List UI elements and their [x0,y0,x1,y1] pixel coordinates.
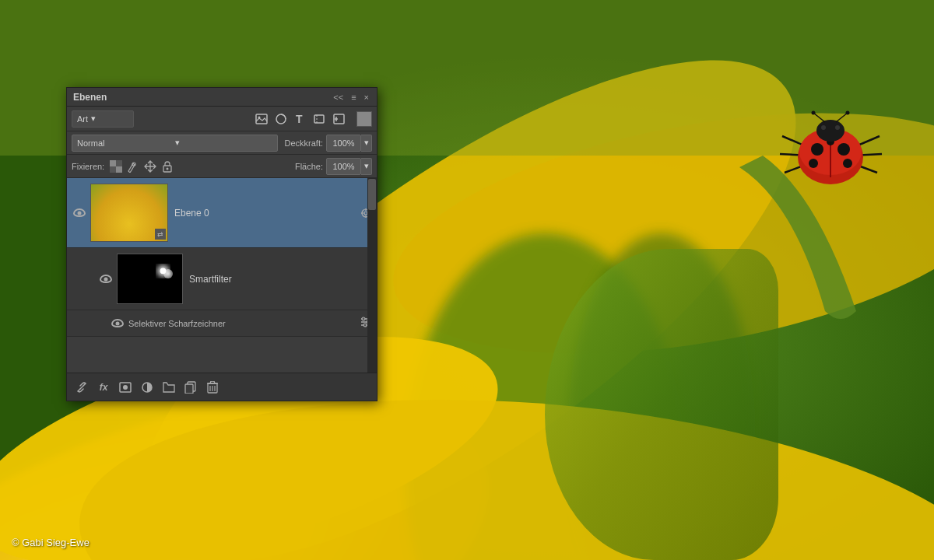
lock-move-icon[interactable] [143,159,157,173]
fill-control: Fläche: 100% ▾ [295,158,372,175]
svg-point-69 [123,385,128,390]
filter-type-label: Art [77,114,88,124]
blend-mode-dropdown[interactable]: Normal ▾ [72,135,278,152]
fx-icon[interactable]: fx [95,379,112,396]
svg-rect-41 [116,160,122,166]
eye-icon-filter [111,319,124,327]
new-group-icon[interactable] [160,379,177,396]
panel-toolbar1: Art ▾ T [67,107,377,131]
lock-icons [109,159,174,173]
svg-rect-39 [110,160,116,166]
thumbnail-black-image [118,254,182,303]
svg-point-19 [809,159,818,168]
panel-bottom-toolbar: fx [67,373,377,401]
layer-name-ebene0: Ebene 0 [174,208,356,219]
svg-text:T: T [296,113,303,125]
panel-menu-button[interactable]: ≡ [349,93,357,102]
layers-area: ⇄ Ebene 0 [67,178,377,373]
link-layers-icon[interactable] [73,379,90,396]
opacity-dropdown-button[interactable]: ▾ [361,135,372,152]
add-mask-icon[interactable] [117,379,134,396]
svg-point-20 [843,159,852,168]
svg-rect-40 [116,166,122,173]
filter-visibility-icon[interactable] [110,316,125,331]
svg-point-23 [821,125,826,130]
panel-title: Ebenen [73,92,107,103]
svg-point-18 [837,143,850,156]
svg-point-28 [846,111,850,115]
thumbnail-link-icon: ⇄ [155,229,166,240]
vertical-scrollbar[interactable] [367,178,377,373]
svg-point-50 [127,200,167,230]
blend-mode-arrow: ▾ [175,138,273,148]
svg-rect-72 [185,384,193,394]
eye-icon-smartfilter [100,275,112,283]
svg-point-64 [362,317,365,320]
svg-point-27 [812,111,816,115]
rect-filter-icon[interactable] [312,111,328,127]
panel-title-controls: << ≡ × [332,93,370,102]
copyright-text: © Gabi Sieg-Ewe [12,537,90,548]
opacity-control: Deckkraft: 100% ▾ [284,135,372,152]
adjustment-filter-icon[interactable] [332,111,347,127]
svg-line-67 [80,386,83,389]
svg-rect-58 [118,254,181,303]
layer-visibility-smartfilter[interactable] [98,271,114,287]
lock-brush-icon[interactable] [126,159,140,173]
svg-point-24 [835,125,840,130]
circle-filter-icon[interactable] [273,111,289,127]
svg-point-51 [116,184,142,219]
image-filter-icon[interactable] [254,111,269,127]
layer-item-smartfilter[interactable]: Smartfilter [67,248,377,310]
text-filter-icon[interactable]: T [293,111,308,127]
svg-point-5 [568,233,755,560]
opacity-label: Deckkraft: [284,138,323,148]
svg-rect-34 [314,115,324,123]
svg-point-45 [167,167,169,170]
filter-type-dropdown[interactable]: Art ▾ [72,110,134,128]
fixieren-label: Fixieren: [72,162,104,171]
layer-thumbnail-smartfilter [117,254,183,304]
layer-visibility-ebene0[interactable] [72,205,87,221]
svg-point-22 [816,120,844,142]
adjustment-icon[interactable] [139,379,156,396]
lock-checkerboard-icon[interactable] [109,159,123,173]
layer-item-ebene0[interactable]: ⇄ Ebene 0 [67,178,377,248]
blend-mode-value: Normal [77,138,175,148]
fill-value[interactable]: 100% [326,158,361,175]
svg-point-48 [99,203,160,241]
delete-layer-icon[interactable] [204,379,221,396]
copy-layer-icon[interactable] [182,379,199,396]
fill-label: Fläche: [295,162,323,171]
svg-point-49 [91,199,132,238]
panel-close-button[interactable]: × [363,93,370,102]
toolbar-icons: T [254,111,347,127]
fill-dropdown-button[interactable]: ▾ [361,158,372,175]
layers-panel: Ebenen << ≡ × Art ▾ [66,87,377,401]
svg-point-60 [160,268,167,274]
filter-dropdown-arrow: ▾ [91,114,96,124]
layer-item-filter-entry[interactable]: Selektiver Scharfzeichner [67,310,377,337]
layers-empty-space [67,337,377,352]
svg-point-66 [363,324,367,327]
scrollbar-thumb[interactable] [368,179,376,210]
filter-name: Selektiver Scharfzeichner [128,319,226,328]
svg-rect-42 [110,166,116,173]
layer-name-smartfilter: Smartfilter [189,274,372,285]
layer-thumbnail-ebene0: ⇄ [90,184,168,242]
svg-point-17 [811,143,823,156]
opacity-value[interactable]: 100% [326,135,361,152]
panel-collapse-button[interactable]: << [332,93,345,102]
panel-titlebar: Ebenen << ≡ × [67,88,377,107]
eye-icon-ebene0 [73,208,86,217]
lock-all-icon[interactable] [160,159,174,173]
color-swatch[interactable] [356,111,372,127]
panel-toolbar2: Normal ▾ Deckkraft: 100% ▾ [67,131,377,155]
panel-toolbar3: Fixieren: [67,155,377,178]
